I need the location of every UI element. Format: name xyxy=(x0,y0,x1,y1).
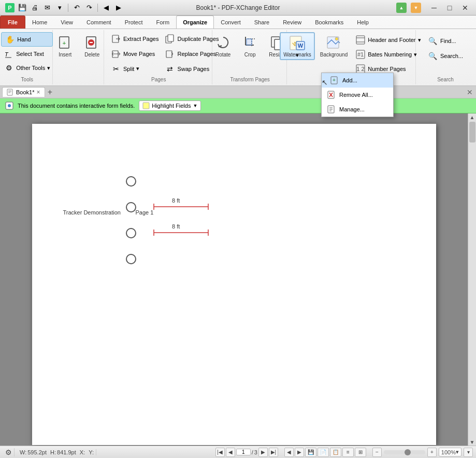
watermarks-dropdown-arrow: ▼ xyxy=(295,53,300,58)
remove-all-icon xyxy=(327,90,336,99)
find-button[interactable]: 🔍 Find... xyxy=(425,34,466,48)
rotate-button[interactable]: Rotate xyxy=(211,32,236,76)
next-page-button[interactable]: ▶ xyxy=(258,448,268,457)
continuous-button[interactable]: ≡ xyxy=(342,448,354,457)
arrow-group-2: 8 ft xyxy=(151,222,213,239)
tab-review[interactable]: Review xyxy=(276,16,308,28)
background-button[interactable]: Background xyxy=(317,32,351,60)
watermarks-button[interactable]: W W Watermarks ▼ xyxy=(280,32,315,60)
tab-file[interactable]: File xyxy=(0,16,25,28)
prev-page-button[interactable]: ◀ xyxy=(226,448,235,457)
pages-group-label: Pages xyxy=(151,76,166,82)
qa-dropdown[interactable]: ▾ xyxy=(54,2,65,13)
zoom-slider[interactable] xyxy=(384,450,425,454)
hand-label: Hand xyxy=(17,36,31,42)
close-panel-button[interactable]: ✕ xyxy=(466,88,474,96)
delete-button[interactable]: Delete xyxy=(80,32,105,60)
tab-bookmarks[interactable]: Bookmarks xyxy=(308,16,350,28)
close-button[interactable]: ✕ xyxy=(458,3,472,13)
dropdown-add-item[interactable]: ↖ + Add... xyxy=(322,73,393,88)
hand-icon: ✋ xyxy=(5,34,15,45)
current-page-input[interactable] xyxy=(236,449,251,455)
email-button[interactable]: ✉ xyxy=(41,2,53,13)
facing-page-button[interactable]: 📋 xyxy=(330,448,341,457)
scroll-thumb[interactable] xyxy=(469,122,475,142)
watermarks-icon: W W xyxy=(289,34,306,51)
ribbon-group-transform: Rotate Crop xyxy=(213,30,286,84)
tab-protect[interactable]: Protect xyxy=(118,16,150,28)
forward-button[interactable]: ▶ xyxy=(113,2,124,13)
hand-tool-button[interactable]: ✋ Hand xyxy=(1,32,53,47)
manage-icon xyxy=(327,105,336,114)
tab-home[interactable]: Home xyxy=(25,16,54,28)
background-icon xyxy=(326,34,342,51)
scroll-up-button[interactable]: ▲ xyxy=(469,113,476,121)
replace-pages-icon xyxy=(165,49,175,59)
tab-organize[interactable]: Organize xyxy=(176,16,214,28)
ribbon-group-tools: ✋ Hand T Select Text ⚙ Other Tools ▾ xyxy=(2,30,53,84)
bates-numbering-button[interactable]: #1 Bates Numbering ▾ xyxy=(353,48,423,61)
save-button[interactable]: 💾 xyxy=(17,2,28,13)
width-label: W: xyxy=(20,449,26,455)
status-dimensions: W: 595.2pt H: 841.9pt X: Y: xyxy=(18,449,96,455)
minimize-button[interactable]: ─ xyxy=(427,3,441,13)
pan-right-button[interactable]: ▶ xyxy=(295,448,304,457)
redo-button[interactable]: ↷ xyxy=(83,2,95,13)
first-page-button[interactable]: |◀ xyxy=(215,448,225,457)
insert-button[interactable]: + Insert xyxy=(53,32,78,60)
dropdown-remove-all-item[interactable]: Remove All... xyxy=(322,88,393,102)
zoom-menu-button[interactable]: ▾ xyxy=(464,448,473,457)
vertical-scrollbar[interactable]: ▲ ▼ xyxy=(468,113,476,446)
tab-convert[interactable]: Convert xyxy=(214,16,248,28)
select-text-button[interactable]: T Select Text xyxy=(1,47,47,61)
crop-icon xyxy=(242,34,258,51)
swap-pages-icon: ⇄ xyxy=(165,64,175,74)
doc-tab-add-button[interactable]: + xyxy=(45,87,55,97)
tab-comment[interactable]: Comment xyxy=(80,16,118,28)
save-icon-status[interactable]: 💾 xyxy=(305,448,316,457)
split-icon: ✂ xyxy=(111,64,121,74)
split-label: Split xyxy=(123,66,134,72)
move-pages-button[interactable]: Move Pages xyxy=(108,47,161,61)
crop-button[interactable]: Crop xyxy=(238,32,263,76)
page-navigation: |◀ ◀ / 3 ▶ ▶| xyxy=(215,448,278,457)
tab-share[interactable]: Share xyxy=(248,16,276,28)
tab-help[interactable]: Help xyxy=(350,16,376,28)
tab-view[interactable]: View xyxy=(54,16,80,28)
other-tools-button[interactable]: ⚙ Other Tools ▾ xyxy=(1,61,53,75)
header-footer-icon xyxy=(355,35,366,45)
dropdown-manage-item[interactable]: Manage... xyxy=(322,102,393,117)
pan-left-button[interactable]: ◀ xyxy=(284,448,294,457)
svg-text:8 ft: 8 ft xyxy=(172,223,180,230)
single-page-button[interactable]: 📄 xyxy=(318,448,329,457)
undo-button[interactable]: ↶ xyxy=(71,2,82,13)
highlight-fields-button[interactable]: Highlight Fields ▼ xyxy=(139,101,201,111)
ribbon-group-pages: Extract Pages Duplicate Pages Move Pages xyxy=(105,30,212,84)
back-button[interactable]: ◀ xyxy=(100,2,112,13)
rotate-icon xyxy=(215,34,232,51)
svg-rect-20 xyxy=(247,39,252,45)
search-button[interactable]: 🔍 Search... xyxy=(425,49,466,63)
y-label: Y: xyxy=(89,449,94,455)
maximize-button[interactable]: □ xyxy=(443,3,456,13)
crop-label: Crop xyxy=(244,52,256,58)
tab-form[interactable]: Form xyxy=(150,16,177,28)
doc-tab-close-button[interactable]: × xyxy=(36,89,40,96)
zoom-in-button[interactable]: + xyxy=(427,448,437,457)
other-tools-label: Other Tools xyxy=(16,65,45,71)
ribbon-tabs: File Home View Comment Protect Form Orga… xyxy=(0,16,476,29)
header-footer-button[interactable]: Header and Footer ▾ xyxy=(353,33,423,47)
status-settings[interactable]: ⚙ xyxy=(3,448,15,456)
print-button[interactable]: 🖨 xyxy=(29,2,40,13)
radio-circle-2 xyxy=(125,202,137,214)
spread-button[interactable]: ⊞ xyxy=(355,448,366,457)
zoom-out-button[interactable]: − xyxy=(372,448,382,457)
insert-label: Insert xyxy=(59,52,71,58)
svg-point-50 xyxy=(8,104,11,107)
scroll-down-button[interactable]: ▼ xyxy=(469,438,476,446)
last-page-button[interactable]: ▶| xyxy=(269,448,278,457)
split-button[interactable]: ✂ Split ▾ xyxy=(108,62,161,76)
extract-pages-button[interactable]: Extract Pages xyxy=(108,32,161,46)
doc-tab-book1[interactable]: Book1* × xyxy=(2,87,45,97)
zoom-level-display[interactable]: 100% ▾ xyxy=(439,448,461,456)
